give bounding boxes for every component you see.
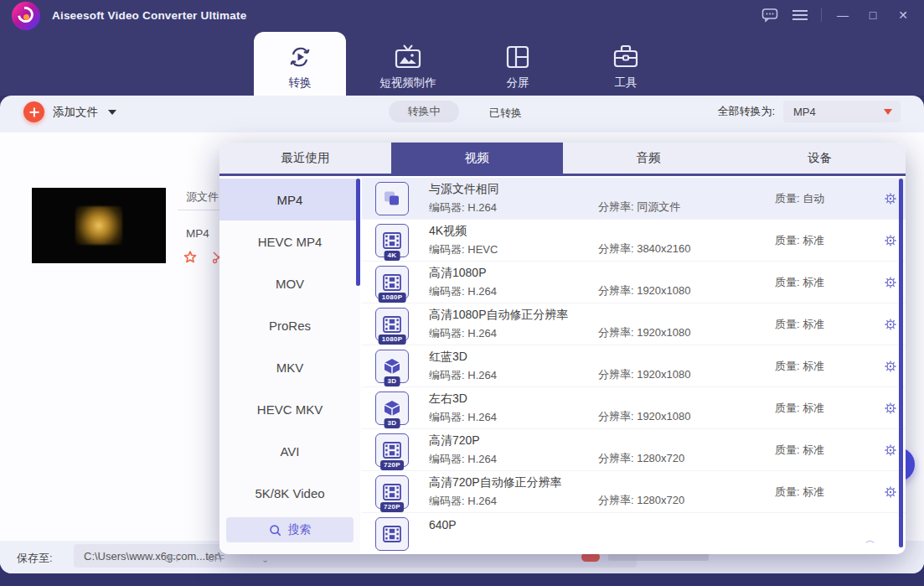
minimize-button[interactable]: —	[834, 7, 852, 23]
sidebar-format-label: AVI	[280, 444, 299, 459]
convert-all-to-label: 全部转换为:	[717, 104, 775, 119]
scroll-up-caret-icon[interactable]: ︿	[865, 533, 875, 547]
preset-encoder: 编码器: H.264	[429, 326, 598, 341]
sidebar-format-label: HEVC MKV	[257, 402, 323, 417]
preset-resolution: 分辨率: 1280x720	[598, 493, 775, 508]
tab-toolbox[interactable]: 工具	[580, 32, 672, 96]
resolution-badge: 3D	[385, 418, 400, 428]
panel-scrollbar[interactable]	[899, 179, 903, 547]
preset-title: 高清1080P自动修正分辨率	[429, 308, 598, 323]
preset-icon	[375, 517, 409, 551]
panel-tab-video[interactable]: 视频	[391, 143, 563, 174]
preset-encoder: 编码器: H.264	[429, 494, 598, 509]
menu-icon[interactable]	[791, 7, 809, 23]
edit-magic-icon[interactable]	[183, 250, 198, 265]
preset-row[interactable]: 与源文件相同 编码器: H.264 分辨率: 同源文件 质量: 自动	[362, 178, 906, 220]
preset-icon: 4K	[375, 224, 409, 257]
add-files-button[interactable]: 添加文件	[23, 101, 116, 122]
video-thumbnail[interactable]	[32, 188, 166, 263]
sidebar-format-label: MOV	[276, 277, 304, 291]
output-format-value: MP4	[793, 106, 816, 118]
tab-split-screen[interactable]: 分屏	[472, 32, 564, 96]
divider	[821, 8, 822, 22]
preset-title: 与源文件相同	[429, 182, 598, 197]
merge-toggle-label[interactable]: OFF	[208, 554, 225, 563]
source-file-label: 源文件	[186, 189, 219, 205]
sidebar-format-item[interactable]: MKV	[219, 346, 360, 388]
preset-icon: 1080P	[375, 266, 409, 299]
preset-row[interactable]: 720P 高清720P 编码器: H.264 分辨率: 1280x720 质量:…	[362, 429, 906, 471]
tab-convert-label: 转换	[289, 75, 312, 91]
preset-quality: 质量: 标准	[775, 233, 875, 248]
sidebar-format-item[interactable]: MOV	[219, 262, 360, 304]
split-screen-icon	[505, 42, 530, 72]
converting-tab[interactable]: 转换中	[389, 101, 459, 122]
preset-title: 640P	[429, 518, 598, 532]
hw-toggle-label[interactable]: OFF	[164, 554, 181, 563]
preset-encoder: 编码器: H.264	[429, 452, 598, 467]
sidebar-format-item[interactable]: 5K/8K Video	[219, 472, 360, 514]
app-window: 添加文件 转换中 已转换 全部转换为: MP4 源文件 MP4	[0, 0, 924, 586]
tab-convert[interactable]: 转换	[254, 32, 346, 96]
sidebar-format-label: 5K/8K Video	[255, 486, 324, 500]
preset-resolution: 分辨率: 1920x1080	[598, 367, 775, 382]
preset-row[interactable]: 720P 高清720P自动修正分辨率 编码器: H.264 分辨率: 1280x…	[362, 471, 906, 513]
preset-title: 红蓝3D	[429, 350, 598, 365]
sidebar-format-item[interactable]: HEVC MP4	[219, 220, 360, 262]
sidebar-format-label: MKV	[276, 360, 304, 375]
panel-tab-device[interactable]: 设备	[734, 143, 906, 174]
search-icon	[269, 524, 281, 537]
tab-short-video[interactable]: 短视频制作	[362, 32, 454, 96]
sidebar-format-item[interactable]: MP4	[219, 179, 360, 220]
preset-row[interactable]: 1080P 高清1080P自动修正分辨率 编码器: H.264 分辨率: 192…	[362, 303, 906, 345]
convert-icon	[286, 42, 313, 72]
preset-encoder: 编码器: H.264	[429, 368, 598, 383]
resolution-badge: 720P	[380, 502, 404, 512]
preset-icon: 720P	[375, 475, 409, 509]
preset-row[interactable]: 1080P 高清1080P 编码器: H.264 分辨率: 1920x1080 …	[362, 262, 906, 303]
chevron-down-icon[interactable]: ⌄	[261, 554, 269, 565]
sidebar-scrollbar[interactable]	[356, 179, 360, 286]
sidebar-format-label: HEVC MP4	[258, 235, 323, 249]
search-button[interactable]: 搜索	[226, 517, 354, 542]
preset-quality: 质量: 标准	[775, 485, 875, 500]
resolution-badge: 3D	[385, 376, 400, 386]
short-video-icon	[394, 42, 422, 72]
app-title: Aiseesoft Video Converter Ultimate	[52, 9, 246, 22]
resolution-badge: 1080P	[379, 293, 406, 303]
preset-icon: 3D	[375, 392, 409, 425]
feedback-icon[interactable]	[761, 7, 779, 23]
output-format-select[interactable]: MP4	[783, 101, 901, 122]
preset-row[interactable]: 3D 红蓝3D 编码器: H.264 分辨率: 1920x1080 质量: 标准	[362, 345, 906, 387]
toolbox-icon	[612, 42, 639, 72]
resolution-badge: 1080P	[379, 334, 406, 345]
preset-title: 高清720P自动修正分辨率	[429, 475, 598, 490]
preset-resolution: 分辨率: 1920x1080	[598, 409, 775, 424]
preset-quality: 质量: 标准	[775, 359, 875, 374]
title-bar: Aiseesoft Video Converter Ultimate — □ ✕	[0, 0, 924, 96]
panel-tab-audio[interactable]: 音频	[563, 143, 735, 174]
toolbar: 添加文件 转换中 已转换 全部转换为: MP4	[0, 96, 924, 132]
format-panel-tabs: 最近使用 视频 音频 设备	[219, 143, 906, 176]
preset-icon: 1080P	[375, 308, 409, 341]
panel-tab-recent[interactable]: 最近使用	[219, 143, 391, 174]
preset-icon: 720P	[375, 433, 409, 467]
preset-quality: 质量: 标准	[775, 401, 875, 416]
preset-resolution: 分辨率: 同源文件	[598, 200, 775, 215]
preset-row[interactable]: 4K 4K视频 编码器: HEVC 分辨率: 3840x2160 质量: 标准	[362, 220, 906, 262]
save-to-label: 保存至:	[17, 551, 53, 566]
converted-tab[interactable]: 已转换	[489, 106, 522, 121]
close-button[interactable]: ✕	[894, 7, 912, 23]
sidebar-format-item[interactable]: HEVC MKV	[219, 388, 360, 430]
maximize-button[interactable]: □	[864, 7, 882, 23]
preset-resolution: 分辨率: 1920x1080	[598, 283, 775, 298]
app-logo-icon	[12, 2, 40, 30]
sidebar-format-item[interactable]: AVI	[219, 430, 360, 472]
preset-quality: 质量: 标准	[775, 443, 875, 458]
resolution-badge: 4K	[385, 251, 400, 261]
preset-row[interactable]: 640P 编码器: 分辨率: 质量:	[362, 513, 906, 554]
preset-row[interactable]: 3D 左右3D 编码器: H.264 分辨率: 1920x1080 质量: 标准	[362, 387, 906, 429]
tab-split-screen-label: 分屏	[507, 75, 529, 91]
sidebar-format-item[interactable]: ProRes	[219, 304, 360, 346]
tab-short-video-label: 短视频制作	[379, 75, 436, 91]
